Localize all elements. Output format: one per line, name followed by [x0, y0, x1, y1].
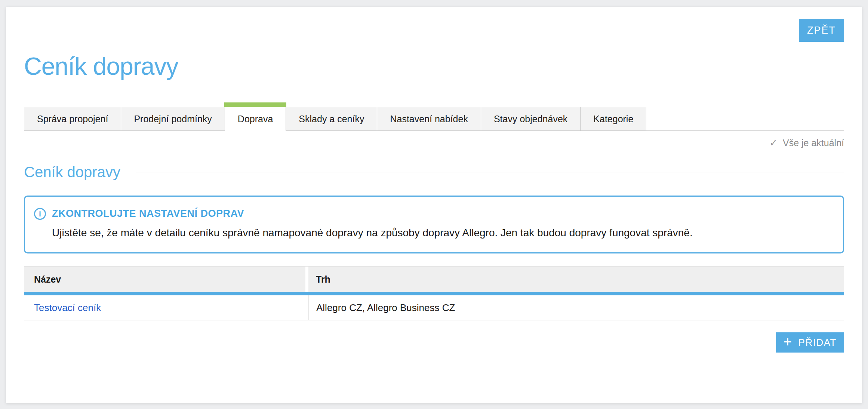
- add-button[interactable]: + PŘIDAT: [776, 332, 844, 353]
- cell-name: Testovací ceník: [24, 295, 308, 320]
- tab-label: Správa propojení: [37, 114, 108, 124]
- add-button-label: PŘIDAT: [798, 337, 837, 348]
- page-title: Ceník dopravy: [24, 52, 844, 80]
- column-header-trh: Trh: [308, 267, 844, 292]
- column-header-nazev: Název: [24, 267, 308, 292]
- section-title: Ceník dopravy: [24, 164, 120, 181]
- table-header-accent-bar: [24, 292, 844, 295]
- section-divider: [136, 172, 844, 172]
- tab-label: Doprava: [238, 114, 273, 124]
- info-icon: i: [34, 208, 46, 220]
- info-alert-body: Ujistěte se, že máte v detailu ceníku sp…: [52, 226, 832, 240]
- back-button[interactable]: ZPĚT: [799, 19, 844, 42]
- table-row: Testovací ceník Allegro CZ, Allegro Busi…: [24, 295, 844, 320]
- sync-status-text: Vše je aktuální: [783, 138, 844, 148]
- main-card: ZPĚT Ceník dopravy Správa propojení Prod…: [6, 7, 862, 403]
- tab-stavy-objednavek[interactable]: Stavy objednávek: [481, 107, 581, 131]
- tab-bar: Správa propojení Prodejní podmínky Dopra…: [24, 107, 844, 131]
- sync-status: ✓ Vše je aktuální: [24, 137, 844, 149]
- tab-label: Nastavení nabídek: [390, 114, 468, 124]
- tab-nastaveni-nabidek[interactable]: Nastavení nabídek: [377, 107, 481, 131]
- tab-doprava[interactable]: Doprava: [225, 107, 286, 131]
- tab-kategorie[interactable]: Kategorie: [580, 107, 646, 131]
- bottom-button-row: + PŘIDAT: [24, 332, 844, 353]
- check-icon: ✓: [769, 137, 778, 149]
- section-header: Ceník dopravy: [24, 164, 844, 181]
- tab-sklady-a-ceniky[interactable]: Sklady a ceníky: [286, 107, 377, 131]
- tab-prodejni-podminky[interactable]: Prodejní podmínky: [121, 107, 225, 131]
- tab-label: Stavy objednávek: [494, 114, 567, 124]
- pricelist-table: Název Trh Testovací ceník Allegro CZ, Al…: [24, 266, 844, 320]
- table-header-row: Název Trh: [24, 267, 844, 292]
- info-alert: i ZKONTROLUJTE NASTAVENÍ DOPRAV Ujistěte…: [24, 196, 844, 253]
- plus-icon: +: [784, 335, 792, 349]
- tab-label: Sklady a ceníky: [299, 114, 364, 124]
- content-area: ZPĚT Ceník dopravy Správa propojení Prod…: [6, 7, 862, 403]
- cell-market: Allegro CZ, Allegro Business CZ: [308, 295, 844, 320]
- tab-label: Prodejní podmínky: [134, 114, 212, 124]
- tab-label: Kategorie: [593, 114, 633, 124]
- top-button-row: ZPĚT: [24, 7, 844, 42]
- pricelist-link[interactable]: Testovací ceník: [34, 302, 101, 314]
- tab-sprava-propojeni[interactable]: Správa propojení: [24, 107, 121, 131]
- info-alert-heading: ZKONTROLUJTE NASTAVENÍ DOPRAV: [52, 208, 832, 219]
